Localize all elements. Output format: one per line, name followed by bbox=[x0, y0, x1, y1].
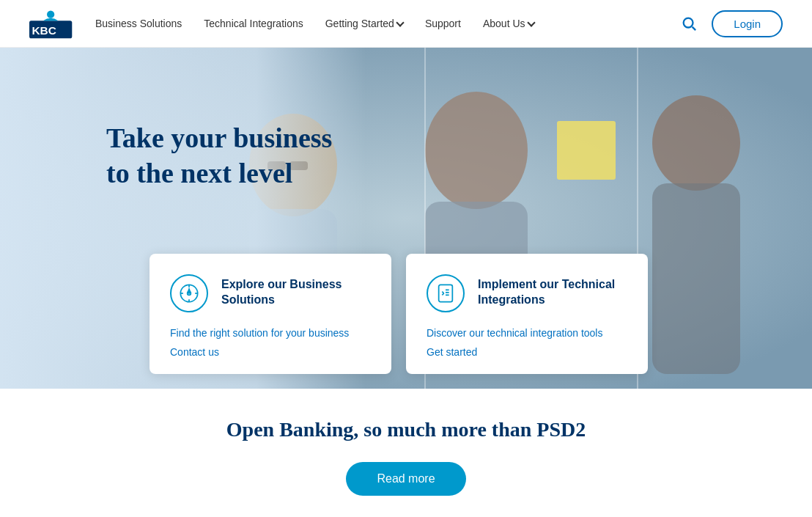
svg-marker-23 bbox=[188, 289, 191, 293]
svg-point-3 bbox=[684, 18, 693, 28]
getting-started-chevron-icon bbox=[396, 18, 404, 26]
nav-links: Business Solutions Technical Integration… bbox=[95, 18, 681, 29]
search-button[interactable] bbox=[681, 15, 697, 32]
card-header-business: Explore our Business Solutions bbox=[170, 274, 371, 312]
technical-card-title: Implement our Technical Integrations bbox=[478, 274, 627, 308]
get-started-link[interactable]: Get started bbox=[427, 346, 627, 358]
logo[interactable]: KBC bbox=[29, 7, 73, 40]
svg-rect-24 bbox=[439, 285, 453, 301]
nav-about-us[interactable]: About Us bbox=[483, 18, 534, 29]
business-card-links: Find the right solution for your busines… bbox=[170, 327, 371, 358]
technical-card-links: Discover our technical integration tools… bbox=[427, 327, 627, 358]
card-header-technical: Implement our Technical Integrations bbox=[427, 274, 627, 312]
nav-actions: Login bbox=[681, 10, 783, 37]
svg-point-10 bbox=[425, 92, 528, 209]
compass-icon bbox=[170, 274, 208, 312]
open-banking-title: Open Banking, so much more than PSD2 bbox=[15, 418, 797, 441]
svg-text:KBC: KBC bbox=[32, 24, 56, 37]
hero-title: Take your business to the next level bbox=[106, 121, 332, 191]
find-solution-link[interactable]: Find the right solution for your busines… bbox=[170, 327, 371, 339]
cards-area: Explore our Business Solutions Find the … bbox=[150, 254, 662, 374]
svg-rect-13 bbox=[652, 183, 740, 374]
svg-rect-14 bbox=[557, 121, 616, 180]
code-icon bbox=[427, 274, 465, 312]
nav-support[interactable]: Support bbox=[425, 18, 461, 29]
search-icon bbox=[681, 15, 697, 32]
about-us-chevron-icon bbox=[527, 18, 535, 26]
read-more-button[interactable]: Read more bbox=[346, 462, 465, 496]
discover-tools-link[interactable]: Discover our technical integration tools bbox=[427, 327, 627, 339]
login-button[interactable]: Login bbox=[712, 10, 783, 37]
svg-point-12 bbox=[652, 95, 740, 191]
business-card-title: Explore our Business Solutions bbox=[221, 274, 371, 308]
nav-business-solutions[interactable]: Business Solutions bbox=[95, 18, 182, 29]
technical-integrations-card: Implement our Technical Integrations Dis… bbox=[406, 254, 648, 374]
bottom-section: Open Banking, so much more than PSD2 Rea… bbox=[0, 389, 812, 517]
business-solutions-card: Explore our Business Solutions Find the … bbox=[150, 254, 391, 374]
contact-us-link[interactable]: Contact us bbox=[170, 346, 371, 358]
navbar: KBC Business Solutions Technical Integra… bbox=[0, 0, 812, 48]
svg-point-2 bbox=[47, 10, 54, 18]
svg-line-4 bbox=[693, 27, 696, 31]
svg-line-26 bbox=[442, 293, 443, 295]
nav-technical-integrations[interactable]: Technical Integrations bbox=[204, 18, 303, 29]
nav-getting-started[interactable]: Getting Started bbox=[325, 18, 403, 29]
hero-section: Take your business to the next level bbox=[0, 48, 812, 389]
